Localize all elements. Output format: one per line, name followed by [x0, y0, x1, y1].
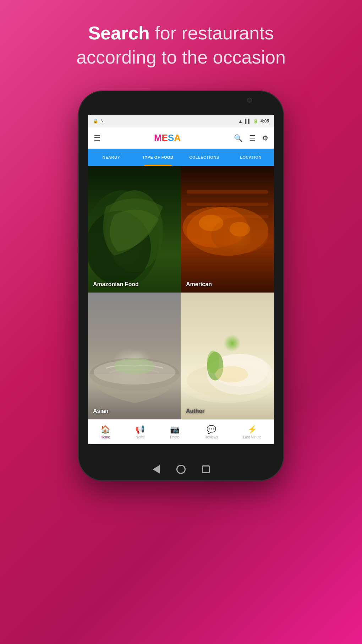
food-category-amazonian[interactable]: Amazonian Food — [88, 166, 181, 293]
svg-point-20 — [215, 366, 248, 382]
header-action-icons: 🔍 ☰ ⚙ — [234, 134, 268, 142]
logo-m: M — [154, 132, 162, 143]
amazonian-illustration — [88, 166, 181, 293]
asian-illustration — [88, 293, 181, 419]
bottom-nav-news[interactable]: 📢 News — [135, 425, 145, 439]
bottom-nav-last-minute[interactable]: ⚡ Last Minute — [243, 425, 262, 439]
svg-point-13 — [114, 358, 155, 374]
headline-search: Search — [88, 23, 149, 43]
status-right-icons: ▲ ▌▌ 🔋 4:05 — [238, 119, 269, 124]
food-category-american[interactable]: American — [181, 166, 274, 293]
home-button[interactable] — [176, 464, 186, 475]
tab-collections[interactable]: COLLECTIONS — [181, 149, 227, 166]
news-icon: 📢 — [135, 425, 145, 434]
svg-rect-4 — [187, 203, 268, 206]
amazonian-label: Amazonian Food — [93, 281, 139, 288]
tab-bar: NEARBY TYPE OF FOOD COLLECTIONS LOCATION — [88, 149, 274, 166]
status-left-icons: 🔒 N — [93, 119, 104, 124]
author-label: Author — [186, 408, 204, 414]
menu-icon[interactable]: ☰ — [94, 133, 101, 143]
time-display: 4:05 — [260, 119, 269, 124]
wifi-icon: ▲ — [238, 119, 243, 124]
list-view-icon[interactable]: ☰ — [249, 134, 256, 142]
bottom-nav-photo[interactable]: 📷 Photo — [170, 425, 180, 439]
status-bar: 🔒 N ▲ ▌▌ 🔋 4:05 — [88, 115, 274, 127]
phone-shell: 🔒 N ▲ ▌▌ 🔋 4:05 ☰ MESA 🔍 ☰ — [78, 91, 284, 481]
logo-s: S — [168, 132, 174, 143]
svg-rect-3 — [187, 190, 268, 193]
tab-nearby[interactable]: NEARBY — [88, 149, 135, 166]
last-minute-label: Last Minute — [243, 435, 262, 439]
recents-button[interactable] — [201, 464, 211, 475]
battery-icon: 🔋 — [253, 119, 258, 124]
svg-point-19 — [207, 351, 219, 373]
tab-location[interactable]: LOCATION — [227, 149, 274, 166]
home-icon: 🏠 — [100, 425, 110, 434]
lock-icon: 🔒 — [93, 119, 98, 124]
tab-type-of-food[interactable]: TYPE OF FOOD — [135, 149, 181, 166]
reviews-label: Reviews — [204, 435, 218, 439]
phone-camera — [247, 98, 252, 103]
home-label: Home — [101, 435, 110, 439]
headline-line2: according to the occasion — [76, 45, 286, 70]
food-category-author[interactable]: Author — [181, 293, 274, 419]
photo-label: Photo — [170, 435, 179, 439]
search-icon[interactable]: 🔍 — [234, 134, 243, 142]
last-minute-icon: ⚡ — [247, 425, 257, 434]
phone-mockup: 🔒 N ▲ ▌▌ 🔋 4:05 ☰ MESA 🔍 ☰ — [78, 91, 284, 481]
notification-icon: N — [100, 119, 104, 124]
reviews-icon: 💬 — [207, 425, 216, 434]
american-illustration — [181, 166, 274, 293]
headline-rest: for restaurants — [150, 23, 274, 43]
signal-icon: ▌▌ — [245, 119, 251, 124]
phone-screen: 🔒 N ▲ ▌▌ 🔋 4:05 ☰ MESA 🔍 ☰ — [88, 115, 274, 444]
american-label: American — [186, 281, 212, 288]
back-button[interactable] — [151, 464, 161, 475]
bottom-navigation: 🏠 Home 📢 News 📷 Photo 💬 Reviews ⚡ — [88, 419, 274, 444]
phone-notch — [146, 98, 216, 103]
food-category-asian[interactable]: Asian — [88, 293, 181, 419]
headline: Search for restaurants according to the … — [55, 21, 307, 69]
news-label: News — [136, 435, 144, 439]
author-illustration — [181, 293, 274, 419]
asian-label: Asian — [93, 408, 109, 414]
logo-e: E — [162, 132, 168, 143]
svg-point-9 — [199, 215, 223, 231]
app-logo: MESA — [154, 132, 181, 143]
logo-a: A — [174, 132, 181, 143]
food-categories-grid: Amazonian Food — [88, 166, 274, 419]
bottom-nav-reviews[interactable]: 💬 Reviews — [204, 425, 218, 439]
bottom-nav-home[interactable]: 🏠 Home — [100, 425, 110, 439]
app-header: ☰ MESA 🔍 ☰ ⚙ — [88, 127, 274, 149]
photo-icon: 📷 — [170, 425, 180, 434]
filter-icon[interactable]: ⚙ — [262, 134, 268, 142]
svg-point-10 — [230, 222, 250, 236]
android-nav-bar — [151, 464, 211, 475]
